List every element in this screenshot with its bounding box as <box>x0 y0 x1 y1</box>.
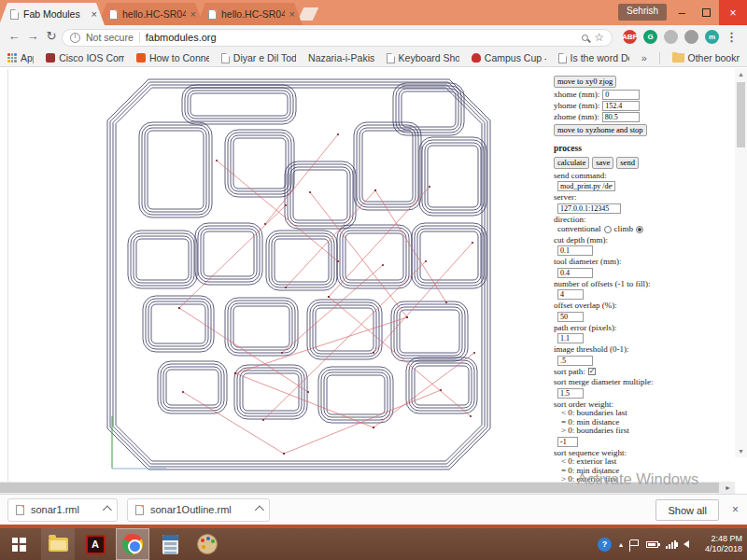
move-xy0-zjog-button[interactable]: move to xy0 zjog <box>554 76 616 88</box>
download-filename: sonar1Outline.rml <box>150 504 232 515</box>
file-explorer-taskbar-button[interactable] <box>41 528 75 560</box>
chrome-icon <box>122 534 143 554</box>
fabmodules-settings-panel: move to xy0 zjog xhome (mm): yhome (mm):… <box>554 75 736 494</box>
download-item[interactable]: sonar1.rml <box>7 498 118 522</box>
horizontal-scrollbar-thumb[interactable] <box>0 483 719 493</box>
url-text[interactable]: fabmodules.org <box>146 32 217 43</box>
minimize-button[interactable]: – <box>670 0 693 25</box>
sort-merge-input[interactable] <box>557 388 584 399</box>
info-icon[interactable] <box>70 33 80 43</box>
cut-depth-input[interactable] <box>557 245 593 256</box>
scroll-down-icon[interactable]: ▼ <box>735 445 747 457</box>
tab-fab-modules[interactable]: Fab Modules × <box>0 3 105 25</box>
tab-close-icon[interactable]: × <box>92 9 97 19</box>
horizontal-scrollbar[interactable]: ► <box>0 482 735 494</box>
forward-icon[interactable]: → <box>24 29 41 43</box>
vertical-scrollbar-thumb[interactable] <box>737 82 745 147</box>
battery-icon[interactable] <box>646 541 658 548</box>
send-command-input[interactable] <box>557 181 615 191</box>
bookmark-item[interactable]: Nazaria-i-Pakistan T <box>308 52 374 63</box>
sphere-extension-icon[interactable] <box>684 30 698 44</box>
bookmarks-bar: Apps Cisco IOS Command How to Connect Tw… <box>0 49 747 67</box>
sort-order-weight-input[interactable] <box>557 437 578 447</box>
bookmarks-overflow-icon[interactable]: » <box>641 52 647 63</box>
close-window-button[interactable]: × <box>719 0 747 25</box>
scroll-right-icon[interactable]: ► <box>721 482 735 494</box>
process-title: process <box>554 145 736 154</box>
bookmark-item[interactable]: Is the word Destiny <box>558 52 629 63</box>
bookmark-item[interactable]: How to Connect Tw <box>136 52 209 63</box>
apps-shortcut[interactable]: Apps <box>7 52 34 63</box>
action-center-flag-icon[interactable] <box>630 539 639 546</box>
scroll-up-icon[interactable]: ▲ <box>735 68 747 80</box>
new-tab-button[interactable] <box>298 7 319 21</box>
save-button[interactable]: save <box>592 157 613 169</box>
acrobat-taskbar-button[interactable]: A <box>78 528 112 560</box>
path-error-input[interactable] <box>557 333 584 343</box>
offsets-input[interactable] <box>557 289 584 300</box>
path-error-label: path error (pixels): <box>554 324 736 333</box>
bookmark-item[interactable]: Keyboard Shortcuts <box>387 52 459 63</box>
address-bar[interactable]: Not secure fabmodules.org ☆ <box>62 29 613 47</box>
windows-logo-icon <box>12 538 26 552</box>
chevron-up-icon[interactable] <box>103 505 112 514</box>
divider <box>659 52 660 64</box>
bookmark-item[interactable]: Cisco IOS Command <box>46 52 124 63</box>
show-all-downloads-button[interactable]: Show all <box>655 499 719 521</box>
calculator-taskbar-button[interactable] <box>153 528 187 560</box>
tab-title: Fab Modules <box>23 8 87 20</box>
system-tray: ? ▴ <box>598 528 689 560</box>
adblock-extension-icon[interactable]: ABP <box>623 30 637 44</box>
start-button[interactable] <box>2 528 35 560</box>
bookmark-item[interactable]: Diyar e Dil Today Ep <box>221 52 296 63</box>
offset-overlap-label: offset overlap (%): <box>554 301 736 311</box>
sort-order-line: > 0: boundaries first <box>561 427 736 436</box>
direction-label: direction: <box>554 216 736 225</box>
help-tray-icon[interactable]: ? <box>598 538 612 552</box>
chevron-up-icon[interactable] <box>255 505 264 514</box>
profile-name-badge[interactable]: Sehrish <box>618 4 667 21</box>
send-button[interactable]: send <box>616 157 639 169</box>
tab-close-icon[interactable]: × <box>289 9 295 19</box>
zhome-input[interactable] <box>602 112 640 122</box>
taskbar-clock[interactable]: 2:48 PM 4/10/2018 <box>705 534 742 554</box>
tab-hello-jpg[interactable]: hello.HC-SR04.jpg (2353 × <box>197 3 303 25</box>
tab-hello-png[interactable]: hello.HC-SR04.png (1676 × <box>98 3 204 25</box>
vertical-scrollbar[interactable]: ▲ ▼ <box>735 68 747 457</box>
restore-button[interactable] <box>695 0 717 25</box>
bookmark-star-icon[interactable]: ☆ <box>594 31 604 44</box>
direction-climb-radio[interactable] <box>636 226 643 233</box>
xhome-input[interactable] <box>602 90 640 100</box>
mendeley-extension-icon[interactable]: m <box>705 30 719 44</box>
offset-overlap-input[interactable] <box>557 312 584 322</box>
yhome-input[interactable] <box>602 101 640 111</box>
other-bookmarks[interactable]: Other bookmarks <box>672 52 740 63</box>
download-bar-close-icon[interactable]: × <box>732 503 739 516</box>
mail-extension-icon[interactable] <box>664 30 678 44</box>
search-icon[interactable] <box>582 35 588 41</box>
chrome-taskbar-button-active[interactable] <box>116 528 149 560</box>
sort-path-checkbox[interactable] <box>588 368 596 375</box>
tab-title: hello.HC-SR04.png (1676 <box>122 8 186 20</box>
tab-close-icon[interactable]: × <box>190 9 196 19</box>
divider <box>139 32 140 43</box>
sort-merge-label: sort merge diameter multiple: <box>554 378 736 387</box>
move-xyzhome-stop-button[interactable]: move to xyzhome and stop <box>554 124 647 136</box>
paint-taskbar-button[interactable] <box>190 528 224 560</box>
reload-icon[interactable]: ↻ <box>43 29 60 43</box>
download-item[interactable]: sonar1Outline.rml <box>127 498 270 522</box>
volume-icon[interactable] <box>684 540 689 548</box>
tab-title: hello.HC-SR04.jpg (2353 <box>221 8 285 20</box>
page-icon <box>558 53 567 63</box>
browser-menu-icon[interactable]: ⋮ <box>726 30 738 44</box>
bookmark-item[interactable]: Campus Cup - Drop <box>472 52 546 63</box>
direction-conventional-radio[interactable] <box>604 226 612 233</box>
tool-diameter-input[interactable] <box>557 268 593 278</box>
tray-expand-icon[interactable]: ▴ <box>619 540 623 549</box>
server-input[interactable] <box>557 203 621 214</box>
image-threshold-input[interactable] <box>557 356 593 366</box>
back-icon[interactable]: ← <box>6 29 22 43</box>
security-label[interactable]: Not secure <box>86 32 134 43</box>
grammarly-extension-icon[interactable]: G <box>643 30 657 44</box>
calculate-button[interactable]: calculate <box>554 157 589 169</box>
